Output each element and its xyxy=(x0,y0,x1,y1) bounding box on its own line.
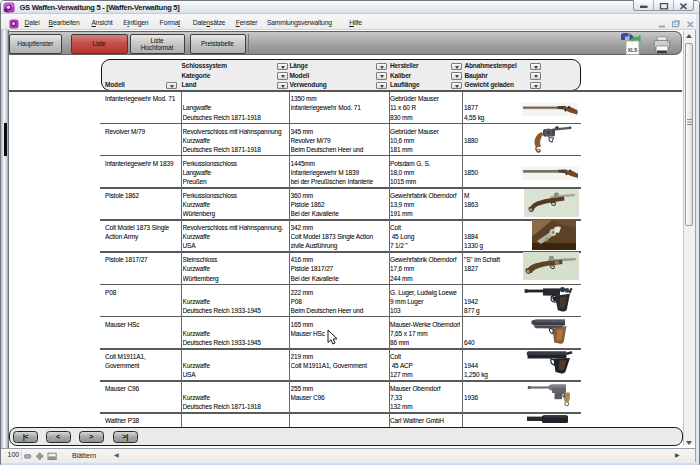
svg-text:XLS: XLS xyxy=(628,47,638,53)
